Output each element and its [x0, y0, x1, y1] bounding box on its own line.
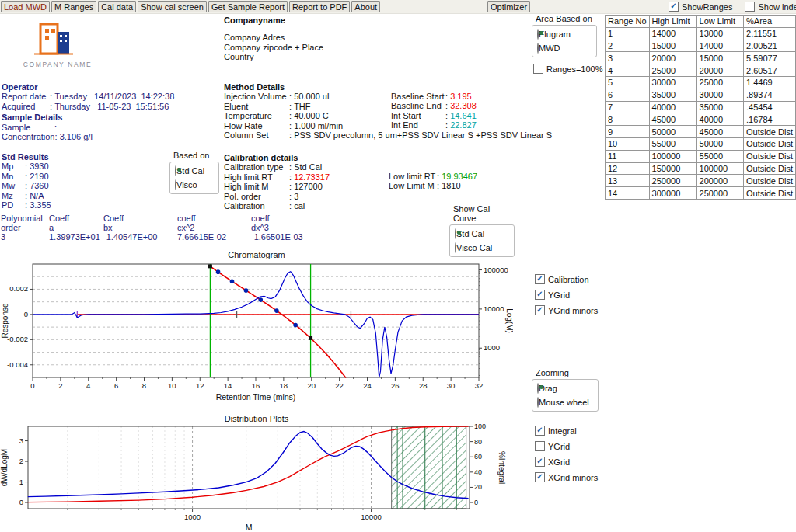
table-cell: 2.11551	[744, 27, 796, 40]
table-cell: Outside Dist	[744, 162, 796, 175]
table-row[interactable]: 14300000250000Outside Dist	[606, 187, 796, 200]
svg-text:30: 30	[447, 381, 456, 390]
checkbox-xgrid-minors[interactable]: ✓XGrid minors	[535, 472, 598, 482]
toolbar-button-get-sample-report[interactable]: Get Sample Report	[208, 1, 288, 12]
radio-elugram[interactable]: Elugram	[537, 30, 592, 39]
checkbox-label: Calibration	[548, 275, 589, 284]
svg-text:0.002: 0.002	[9, 284, 28, 293]
distribution-plot[interactable]: 1000100000123020406080100dW/dLogM%Integr…	[0, 423, 513, 532]
table-cell: 13000	[696, 27, 744, 40]
table-cell: 40000	[696, 113, 744, 126]
checkbox-xgrid[interactable]: ✓XGrid	[535, 457, 598, 467]
table-row[interactable]: 425000200002.60517	[606, 64, 796, 77]
field-baseline-start: Baseline Start: 3.195	[391, 92, 477, 101]
column-header-range-no[interactable]: Range No	[606, 16, 650, 28]
radio-icon	[455, 228, 456, 239]
optimizer-button[interactable]: Optimizer	[487, 1, 530, 12]
table-row[interactable]: 84500040000.16784	[606, 113, 796, 126]
table-row[interactable]: 95000045000Outside Dist	[606, 126, 796, 138]
table-row[interactable]: 63500030000.89374	[606, 89, 796, 101]
operator-rows: Report date: Tuesday 14/11/2023 14:22:38…	[2, 92, 174, 111]
checkbox-icon	[533, 64, 543, 74]
table-row[interactable]: 530000250001.4469	[606, 76, 796, 89]
svg-text:Response: Response	[1, 303, 9, 338]
radio-label: Mouse wheel	[539, 398, 589, 407]
toolbar-button-load-mwd[interactable]: Load MWD	[1, 1, 50, 12]
svg-text:20: 20	[307, 381, 316, 390]
checkbox-ygrid[interactable]: YGrid	[535, 441, 598, 451]
field-mn: Mn: 2190	[2, 172, 51, 181]
table-cell: 7	[606, 101, 650, 113]
group-title: Show Cal Curve	[453, 204, 515, 223]
toolbar-checkboxes: ✓ShowRangesShow index	[669, 2, 796, 12]
field-low-limit-rt: Low limit RT: 19.93467	[389, 172, 477, 181]
checkbox-ygrid[interactable]: ✓YGrid	[535, 290, 598, 300]
table-row[interactable]: 13250000200000Outside Dist	[606, 175, 796, 187]
poly-header: Coeff	[103, 214, 177, 223]
radio-visco[interactable]: Visco	[175, 180, 214, 190]
table-cell: 45000	[649, 113, 696, 126]
company-logo-text: COMPANY NAME	[14, 61, 101, 68]
table-row[interactable]: 215000140002.00521	[606, 40, 796, 52]
toolbar-button-report-to-pdf[interactable]: Report to PDF	[289, 1, 350, 12]
poly-header: a	[49, 223, 103, 232]
checkbox-label: Show index	[758, 2, 796, 12]
field-int-start: Int Start: 14.641	[391, 111, 477, 120]
svg-text:1000: 1000	[484, 343, 500, 352]
field-sample: Sample:	[2, 123, 174, 132]
radio-drag[interactable]: Drag	[537, 384, 593, 393]
table-cell: 1.4469	[744, 76, 796, 89]
svg-text:18: 18	[280, 381, 288, 390]
field-column-set: Column Set: PSS SDV precolumn, 5 um+PSS …	[224, 130, 552, 140]
toolbar-button-m-ranges[interactable]: M Ranges	[51, 1, 96, 12]
field-low-limit-m: Low Limit M: 1810	[389, 181, 477, 190]
table-cell: 1	[606, 27, 650, 40]
radio-mouse-wheel[interactable]: Mouse wheel	[537, 398, 593, 407]
radio-mwd[interactable]: MWD	[537, 43, 592, 53]
checkbox-show-index[interactable]: Show index	[745, 2, 796, 12]
table-row[interactable]: 74000035000.45454	[606, 101, 796, 113]
toolbar-button-show-cal-screen[interactable]: Show cal screen	[138, 1, 207, 12]
poly-header: coeff	[177, 214, 251, 223]
table-cell: 14000	[696, 40, 744, 52]
lowlimit-rows: Low limit RT: 19.93467Low Limit M: 1810	[389, 172, 477, 191]
poly-header: order	[1, 223, 49, 232]
toolbar: Load MWDM RangesCal dataShow cal screenG…	[0, 0, 796, 14]
field-acquired: Acquired: Thursday 11-05-23 15:51:56	[2, 102, 174, 111]
table-row[interactable]: 320000150005.59077	[606, 52, 796, 64]
chromatogram-plot[interactable]: 024681012141618202224262830320.0020-0.00…	[0, 259, 513, 409]
checkbox-showranges[interactable]: ✓ShowRanges	[669, 2, 732, 12]
table-cell: 25000	[696, 76, 744, 89]
checkbox-integral[interactable]: ✓Integral	[535, 426, 598, 436]
checkbox-icon: ✓	[535, 305, 545, 315]
table-cell: Outside Dist	[744, 126, 796, 138]
method-block: Method Details Injection Volume: 50.000 …	[224, 82, 552, 140]
column-header-area[interactable]: %Area	[744, 16, 796, 28]
table-cell: 10	[606, 137, 650, 150]
table-row[interactable]: 114000130002.11551	[606, 27, 796, 40]
table-cell: 300000	[649, 187, 696, 200]
field-high-limit-m: High limit M: 127000	[224, 182, 330, 191]
table-cell: 50000	[649, 126, 696, 138]
radio-std-cal[interactable]: Std Cal	[455, 229, 509, 238]
field-eluent: Eluent: THF	[224, 102, 552, 111]
std-rows: Mp: 3930Mn: 2190Mw: 7360Mz: N/APD: 3.355	[2, 162, 51, 210]
checkbox-calibration[interactable]: ✓Calibration	[535, 274, 598, 284]
svg-text:22: 22	[335, 381, 344, 390]
table-row[interactable]: 12150000100000Outside Dist	[606, 162, 796, 175]
svg-text:26: 26	[391, 381, 400, 390]
checkbox-ygrid-minors[interactable]: ✓YGrid minors	[535, 305, 598, 315]
table-row[interactable]: 1110000055000Outside Dist	[606, 150, 796, 162]
checkbox-ranges-100[interactable]: Ranges=100%	[533, 64, 602, 74]
table-cell: 5.59077	[744, 52, 796, 64]
table-row[interactable]: 105500050000Outside Dist	[606, 137, 796, 150]
svg-text:8: 8	[142, 381, 146, 390]
calibration-block: Calibration details Calibration type: St…	[224, 153, 330, 210]
radio-std-cal[interactable]: Std Cal	[175, 166, 214, 176]
field-high-limit-rt: High limit RT: 12.73317	[224, 172, 330, 182]
column-header-low-limit[interactable]: Low Limit	[696, 16, 744, 28]
poly-header: cx^2	[177, 223, 251, 232]
toolbar-button-cal-data[interactable]: Cal data	[98, 1, 136, 12]
toolbar-button-about[interactable]: About	[351, 1, 380, 12]
column-header-high-limit[interactable]: High Limit	[649, 16, 696, 28]
